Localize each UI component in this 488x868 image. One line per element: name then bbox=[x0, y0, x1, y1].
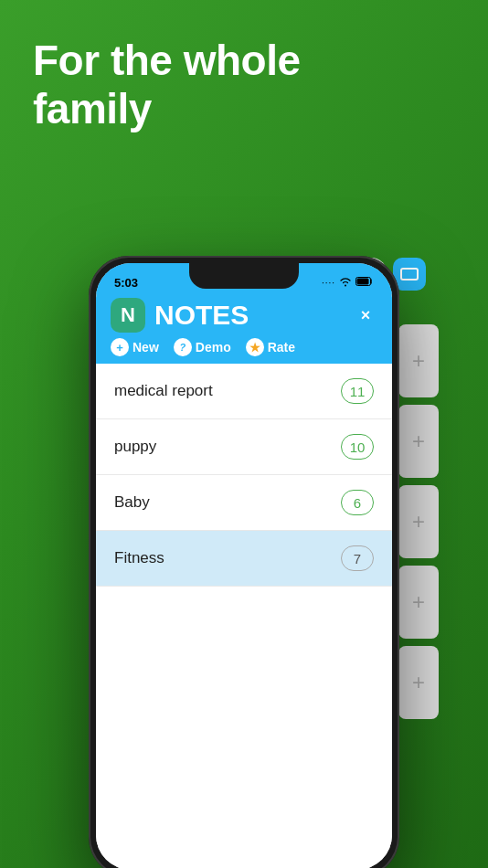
app-logo: N bbox=[111, 298, 145, 333]
signal-dots-icon: ···· bbox=[322, 278, 335, 288]
notes-list: medical report 11 puppy 10 Baby 6 Fitnes… bbox=[96, 364, 392, 868]
demo-icon: ? bbox=[174, 338, 192, 356]
svg-rect-1 bbox=[357, 279, 369, 285]
plus-button-1[interactable]: + bbox=[398, 324, 439, 397]
plus-button-3[interactable]: + bbox=[398, 485, 439, 558]
demo-label: Demo bbox=[196, 340, 231, 355]
note-name: puppy bbox=[114, 438, 156, 456]
app-logo-letter: N bbox=[121, 303, 135, 327]
note-item-baby[interactable]: Baby 6 bbox=[96, 475, 392, 531]
rate-icon: ★ bbox=[246, 338, 264, 356]
hero-text: For the whole family bbox=[33, 37, 301, 133]
close-button[interactable]: × bbox=[354, 303, 377, 327]
note-name: Fitness bbox=[114, 549, 164, 567]
right-plus-panel: + + + + + bbox=[398, 324, 439, 726]
phone-notch bbox=[189, 263, 299, 289]
phone-mockup: 5:03 ···· bbox=[89, 256, 399, 868]
app-title: NOTES bbox=[154, 300, 345, 331]
plus-button-5[interactable]: + bbox=[398, 646, 439, 719]
note-count: 6 bbox=[341, 490, 374, 515]
plus-button-2[interactable]: + bbox=[398, 405, 439, 478]
note-count: 10 bbox=[341, 434, 374, 460]
note-count: 11 bbox=[341, 378, 374, 404]
status-time: 5:03 bbox=[114, 276, 138, 290]
new-button[interactable]: + New bbox=[111, 338, 159, 356]
hero-line1: For the whole bbox=[33, 37, 301, 85]
phone-screen: 5:03 ···· bbox=[96, 263, 392, 868]
new-icon: + bbox=[111, 338, 129, 356]
rate-button[interactable]: ★ Rate bbox=[246, 338, 295, 356]
note-item-medical-report[interactable]: medical report 11 bbox=[96, 364, 392, 419]
new-label: New bbox=[133, 340, 159, 355]
hero-line2: family bbox=[33, 85, 301, 133]
rate-label: Rate bbox=[268, 340, 295, 355]
wifi-icon bbox=[339, 274, 352, 291]
note-name: medical report bbox=[114, 382, 213, 400]
battery-icon bbox=[355, 274, 374, 291]
note-item-fitness[interactable]: Fitness 7 bbox=[96, 531, 392, 587]
phone-shell: 5:03 ···· bbox=[89, 256, 399, 868]
demo-button[interactable]: ? Demo bbox=[174, 338, 231, 356]
status-icons: ···· bbox=[322, 274, 374, 291]
note-item-puppy[interactable]: puppy 10 bbox=[96, 419, 392, 475]
note-count: 7 bbox=[341, 545, 374, 571]
plus-button-4[interactable]: + bbox=[398, 566, 439, 639]
toolbar: + New ? Demo ★ Rate bbox=[96, 333, 392, 356]
note-name: Baby bbox=[114, 493, 150, 512]
